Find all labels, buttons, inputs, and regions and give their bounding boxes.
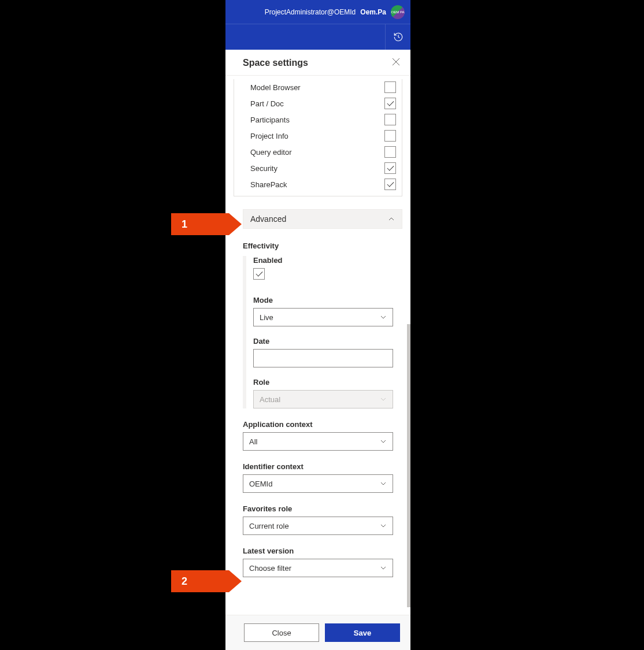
chevron-down-icon	[380, 564, 387, 571]
save-button[interactable]: Save	[325, 623, 400, 642]
save-label: Save	[354, 629, 371, 637]
latest-version-select[interactable]: Choose filter	[243, 559, 393, 577]
check-row-query-editor: Query editor	[234, 144, 402, 160]
check-label: Query editor	[250, 148, 292, 157]
role-label: Role	[253, 378, 393, 387]
chevron-down-icon	[380, 480, 387, 487]
effectivity-title: Effectivity	[243, 242, 393, 250]
advanced-section-header[interactable]: Advanced	[243, 209, 402, 229]
check-row-participants: Participants	[234, 112, 402, 128]
role-value: Actual	[260, 395, 280, 404]
check-label: SharePack	[250, 180, 287, 189]
avatar[interactable]: OEM PA	[391, 5, 405, 19]
panel-footer: Close Save	[225, 615, 410, 650]
role-select: Actual	[253, 390, 393, 408]
callout-1-number: 1	[182, 218, 187, 231]
chevron-down-icon	[380, 522, 387, 529]
mode-label: Mode	[253, 296, 393, 304]
check-row-project-info: Project Info	[234, 128, 402, 144]
check-row-sharepack: SharePack	[234, 176, 402, 192]
checkbox-part-doc[interactable]	[384, 98, 396, 109]
check-row-part-doc: Part / Doc	[234, 95, 402, 112]
callout-arrow-icon	[229, 570, 242, 592]
checkbox-query-editor[interactable]	[384, 146, 396, 158]
date-label: Date	[253, 337, 393, 346]
advanced-title: Advanced	[250, 214, 286, 224]
checkbox-sharepack[interactable]	[384, 179, 396, 190]
fav-role-label: Favorites role	[243, 504, 393, 513]
chevron-down-icon	[380, 438, 387, 445]
app-context-value: All	[249, 437, 257, 446]
app-context-label: Application context	[243, 420, 393, 429]
sub-bar	[225, 24, 410, 50]
panel-header: Space settings	[225, 50, 410, 75]
id-context-label: Identifier context	[243, 462, 393, 471]
top-bar: ProjectAdministrator@OEMId Oem.Pa OEM PA	[225, 0, 410, 24]
checklist: Model Browser Part / Doc Participants Pr…	[234, 79, 402, 196]
check-label: Model Browser	[250, 83, 301, 92]
checkbox-enabled[interactable]	[253, 268, 265, 280]
callout-arrow-icon	[229, 213, 242, 235]
date-input[interactable]	[253, 349, 393, 367]
panel-title: Space settings	[243, 58, 308, 68]
checkbox-participants[interactable]	[384, 114, 396, 125]
user-email: ProjectAdministrator@OEMId	[265, 8, 356, 16]
close-footer-button[interactable]: Close	[244, 623, 319, 642]
checkbox-security[interactable]	[384, 162, 396, 174]
close-button[interactable]	[392, 58, 400, 68]
chevron-down-icon	[380, 314, 387, 321]
check-label: Project Info	[250, 132, 288, 140]
enabled-label: Enabled	[253, 256, 393, 265]
app-window: ProjectAdministrator@OEMId Oem.Pa OEM PA…	[225, 0, 410, 650]
mode-value: Live	[260, 313, 273, 322]
app-context-select[interactable]: All	[243, 432, 393, 451]
fav-role-select[interactable]: Current role	[243, 517, 393, 535]
check-label: Security	[250, 164, 277, 173]
callout-2-number: 2	[182, 575, 187, 588]
fav-role-value: Current role	[249, 522, 289, 530]
scrollbar[interactable]	[407, 324, 410, 607]
effectivity-block: Enabled Mode Live Date Role Actual	[243, 256, 393, 408]
panel-body: Model Browser Part / Doc Participants Pr…	[225, 75, 410, 615]
checkbox-model-browser[interactable]	[384, 81, 396, 93]
check-label: Part / Doc	[250, 99, 284, 108]
id-context-select[interactable]: OEMId	[243, 474, 393, 493]
checkbox-project-info[interactable]	[384, 130, 396, 142]
callout-2: 2	[171, 570, 242, 592]
history-icon	[393, 32, 404, 42]
latest-version-label: Latest version	[243, 547, 393, 555]
check-row-model-browser: Model Browser	[234, 79, 402, 95]
chevron-up-icon	[388, 216, 395, 222]
callout-1: 1	[171, 213, 242, 235]
check-row-security: Security	[234, 160, 402, 176]
close-icon	[392, 58, 400, 66]
check-label: Participants	[250, 116, 290, 124]
avatar-initials: OEM PA	[391, 10, 405, 14]
org-name: Oem.Pa	[360, 8, 386, 16]
mode-select[interactable]: Live	[253, 308, 393, 326]
latest-version-value: Choose filter	[249, 564, 291, 573]
chevron-down-icon	[380, 396, 387, 403]
history-button[interactable]	[385, 24, 410, 50]
id-context-value: OEMId	[249, 480, 272, 488]
close-label: Close	[272, 629, 291, 637]
